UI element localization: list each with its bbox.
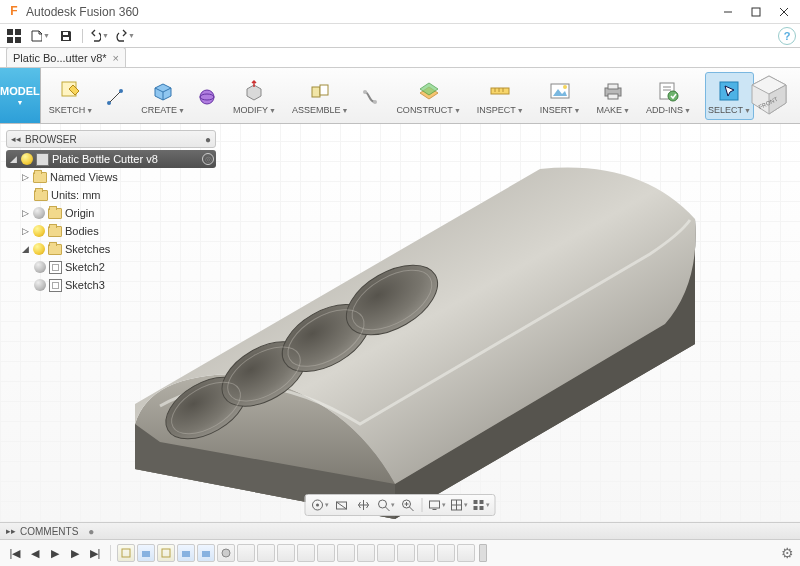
svg-rect-20 — [491, 88, 509, 94]
svg-rect-62 — [473, 506, 477, 510]
visibility-icon[interactable] — [34, 261, 46, 273]
addins-button[interactable]: ADD-INS▼ — [644, 72, 693, 120]
display-settings-button[interactable]: ▾ — [427, 496, 447, 514]
minimize-button[interactable] — [714, 2, 742, 22]
visibility-icon[interactable] — [33, 243, 45, 255]
timeline-feature[interactable] — [257, 544, 275, 562]
timeline-feature[interactable] — [457, 544, 475, 562]
comments-bar[interactable]: ▸▸ COMMENTS ● — [0, 522, 800, 540]
timeline-feature[interactable] — [117, 544, 135, 562]
timeline-forward-button[interactable]: ▶ — [66, 544, 84, 562]
timeline-end-button[interactable]: ▶| — [86, 544, 104, 562]
activate-target-icon[interactable]: ◎ — [202, 153, 214, 165]
comments-settings-icon[interactable]: ● — [88, 526, 94, 537]
help-button[interactable]: ? — [778, 27, 796, 45]
timeline-feature[interactable] — [417, 544, 435, 562]
app-icon: F — [6, 4, 22, 20]
save-button[interactable] — [56, 26, 76, 46]
data-panel-button[interactable] — [4, 26, 24, 46]
assemble-button[interactable]: ASSEMBLE▼ — [290, 72, 350, 120]
timeline-feature[interactable] — [197, 544, 215, 562]
undo-button[interactable]: ▼ — [89, 26, 109, 46]
workspace-switcher[interactable]: MODEL ▼ — [0, 68, 41, 123]
timeline-feature[interactable] — [237, 544, 255, 562]
line-tool[interactable] — [103, 72, 127, 120]
svg-point-51 — [378, 500, 386, 508]
expand-icon[interactable]: ◢ — [20, 244, 30, 254]
viewport[interactable]: ◂◂ BROWSER ● ◢ Platic Bottle Cutter v8 ◎… — [0, 124, 800, 522]
visibility-icon[interactable] — [33, 225, 45, 237]
orbit-button[interactable]: ▾ — [310, 496, 330, 514]
tree-sketch2[interactable]: Sketch2 — [6, 258, 216, 276]
make-button[interactable]: MAKE▼ — [595, 72, 632, 120]
tree-named-views[interactable]: ▷ Named Views — [6, 168, 216, 186]
construct-button[interactable]: CONSTRUCT▼ — [394, 72, 462, 120]
timeline-feature[interactable] — [157, 544, 175, 562]
maximize-button[interactable] — [742, 2, 770, 22]
browser-header[interactable]: ◂◂ BROWSER ● — [6, 130, 216, 148]
sketch-item-icon — [49, 279, 62, 292]
svg-line-50 — [337, 502, 347, 509]
pan-button[interactable] — [354, 496, 374, 514]
grid-settings-button[interactable]: ▾ — [449, 496, 469, 514]
svg-rect-64 — [122, 549, 130, 557]
timeline-feature[interactable] — [317, 544, 335, 562]
timeline-settings-button[interactable]: ⚙ — [781, 545, 794, 561]
viewport-layout-button[interactable]: ▾ — [471, 496, 491, 514]
svg-line-13 — [110, 92, 120, 102]
timeline-feature[interactable] — [217, 544, 235, 562]
timeline-feature[interactable] — [437, 544, 455, 562]
look-at-button[interactable] — [332, 496, 352, 514]
timeline-feature[interactable] — [337, 544, 355, 562]
view-cube[interactable]: FRONT — [746, 72, 792, 118]
app-title: Autodesk Fusion 360 — [26, 5, 714, 19]
create-button[interactable]: CREATE▼ — [139, 72, 187, 120]
tree-sketch3[interactable]: Sketch3 — [6, 276, 216, 294]
svg-rect-68 — [202, 551, 210, 557]
expand-icon[interactable]: ▷ — [20, 208, 30, 218]
timeline-back-button[interactable]: ◀ — [26, 544, 44, 562]
browser-settings-icon[interactable]: ● — [205, 134, 211, 145]
zoom-button[interactable]: ▾ — [376, 496, 396, 514]
timeline-feature[interactable] — [297, 544, 315, 562]
extrude-tool[interactable] — [195, 72, 219, 120]
timeline-start-button[interactable]: |◀ — [6, 544, 24, 562]
tree-root[interactable]: ◢ Platic Bottle Cutter v8 ◎ — [6, 150, 216, 168]
file-tab-label: Platic Bo...utter v8* — [13, 52, 107, 64]
close-tab-icon[interactable]: × — [113, 52, 119, 64]
sketch-item-icon — [49, 261, 62, 274]
tree-bodies[interactable]: ▷ Bodies — [6, 222, 216, 240]
close-button[interactable] — [770, 2, 798, 22]
file-menu-button[interactable]: ▼ — [30, 26, 50, 46]
visibility-icon[interactable] — [21, 153, 33, 165]
timeline-feature[interactable] — [277, 544, 295, 562]
timeline-feature[interactable] — [377, 544, 395, 562]
modify-button[interactable]: MODIFY▼ — [231, 72, 278, 120]
visibility-icon[interactable] — [34, 279, 46, 291]
ruler-icon — [487, 78, 513, 104]
svg-rect-16 — [312, 87, 320, 97]
expand-icon[interactable]: ▷ — [20, 172, 30, 182]
expand-icon[interactable]: ▷ — [20, 226, 30, 236]
redo-button[interactable]: ▼ — [115, 26, 135, 46]
joint-tool[interactable] — [358, 72, 382, 120]
fit-button[interactable] — [398, 496, 418, 514]
timeline-feature[interactable] — [397, 544, 415, 562]
svg-rect-9 — [63, 37, 69, 40]
timeline-feature[interactable] — [137, 544, 155, 562]
timeline-feature[interactable] — [177, 544, 195, 562]
file-tab[interactable]: Platic Bo...utter v8* × — [6, 47, 126, 67]
sketch-button[interactable]: SKETCH▼ — [47, 72, 95, 120]
box-icon — [150, 78, 176, 104]
tree-units[interactable]: Units: mm — [6, 186, 216, 204]
insert-button[interactable]: INSERT▼ — [538, 72, 583, 120]
tree-origin[interactable]: ▷ Origin — [6, 204, 216, 222]
timeline-feature[interactable] — [357, 544, 375, 562]
visibility-icon[interactable] — [33, 207, 45, 219]
collapse-icon[interactable]: ◂◂ — [11, 134, 21, 144]
expand-icon[interactable]: ◢ — [8, 154, 18, 164]
timeline-marker[interactable] — [479, 544, 487, 562]
inspect-button[interactable]: INSPECT▼ — [475, 72, 526, 120]
timeline-play-button[interactable]: ▶ — [46, 544, 64, 562]
tree-sketches[interactable]: ◢ Sketches — [6, 240, 216, 258]
